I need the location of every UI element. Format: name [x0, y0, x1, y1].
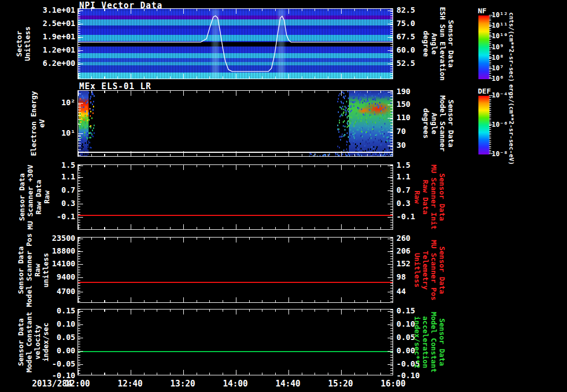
y-major-tick-left — [78, 103, 83, 104]
noise-speckle — [373, 146, 374, 148]
noise-speckle — [339, 106, 341, 108]
y-major-tick-left — [78, 37, 83, 38]
noise-speckle — [82, 143, 83, 145]
noise-speckle — [346, 107, 347, 109]
noise-speckle — [372, 121, 373, 123]
y-major-tick-left — [78, 264, 83, 265]
noise-speckle — [348, 115, 349, 117]
y-major-tick-left — [78, 190, 83, 191]
noise-speckle — [85, 142, 86, 144]
y-tick-label-left: 0.15 — [56, 306, 75, 315]
x-major-ticks — [78, 370, 393, 375]
noise-speckle — [346, 144, 347, 146]
y-log-minor-tick — [78, 94, 81, 94]
noise-speckle — [353, 142, 354, 144]
noise-speckle — [357, 145, 358, 147]
noise-speckle — [360, 143, 361, 145]
noise-speckle — [388, 136, 389, 138]
noise-speckle — [382, 114, 383, 116]
noise-speckle — [86, 110, 87, 112]
noise-speckle — [90, 115, 91, 117]
sun-elevation-curve — [78, 9, 393, 79]
noise-speckle — [80, 121, 81, 123]
colorbar-tick-label: 10⁶ — [492, 75, 504, 82]
y-tick-label-left: 3.1e+01 — [43, 6, 75, 14]
noise-speckle — [85, 122, 86, 123]
noise-speckle — [383, 109, 384, 110]
noise-speckle — [93, 106, 94, 107]
colorbar-tick-label: 10⁻⁸ — [492, 150, 508, 158]
noise-speckle — [375, 135, 376, 136]
panel-npi-vector — [78, 8, 393, 79]
noise-speckle — [341, 107, 342, 109]
noise-speckle — [348, 105, 349, 107]
noise-speckle — [341, 101, 342, 102]
noise-speckle — [90, 102, 91, 104]
noise-speckle — [350, 116, 351, 118]
noise-speckle — [386, 147, 388, 148]
noise-speckle — [94, 132, 95, 134]
panel-model-constant — [78, 309, 393, 375]
x-tick-label: 14:00 — [223, 379, 248, 389]
y-minor-ticks-left — [78, 165, 80, 229]
noise-speckle — [87, 142, 88, 144]
y-tick-label-right: 260 — [396, 234, 410, 243]
noise-speckle — [79, 125, 80, 127]
noise-speckle — [385, 141, 386, 143]
noise-speckle — [86, 96, 87, 97]
noise-speckle — [381, 96, 382, 97]
noise-speckle — [339, 120, 340, 121]
noise-speckle — [344, 134, 345, 136]
noise-speckle — [384, 148, 385, 150]
noise-speckle — [342, 141, 343, 143]
noise-speckle — [376, 134, 377, 136]
y-major-tick-right — [388, 177, 393, 178]
noise-speckle — [83, 115, 84, 117]
noise-speckle — [356, 107, 357, 109]
noise-speckle — [357, 115, 358, 116]
y-axis-label-left: Sector Unitless — [15, 27, 32, 61]
y-tick-label-left: 10² — [61, 98, 75, 107]
y-major-tick-right — [388, 64, 393, 64]
noise-speckle — [348, 97, 349, 99]
noise-speckle — [364, 97, 365, 99]
noise-speckle — [83, 106, 84, 108]
noise-speckle — [348, 108, 349, 110]
noise-speckle — [350, 129, 351, 131]
noise-speckle — [91, 117, 92, 119]
noise-speckle — [358, 107, 359, 109]
panel-body-model-constant — [78, 310, 393, 375]
y-major-tick-left — [78, 311, 83, 312]
noise-speckle — [87, 101, 88, 103]
noise-speckle — [382, 131, 383, 132]
colorbar-tick-label: 10¹⁰ — [492, 32, 508, 40]
noise-speckle — [351, 106, 352, 108]
noise-speckle — [386, 112, 388, 114]
noise-speckle — [346, 114, 347, 115]
noise-speckle — [368, 139, 369, 141]
noise-speckle — [339, 122, 340, 123]
y-tick-label-left: 10¹ — [61, 128, 75, 137]
y-major-tick-right — [388, 146, 393, 146]
noise-speckle — [337, 125, 338, 126]
y-minor-ticks-right — [390, 310, 393, 375]
noise-speckle — [362, 102, 363, 104]
y-tick-label-right: 82.5 — [396, 6, 415, 14]
noise-speckle — [380, 141, 382, 143]
noise-speckle — [365, 101, 367, 103]
noise-speckle — [355, 135, 356, 136]
noise-speckle — [369, 137, 370, 139]
y-log-minor-tick — [78, 149, 81, 150]
noise-speckle — [85, 115, 86, 116]
noise-speckle — [350, 101, 352, 102]
noise-speckle — [343, 121, 344, 123]
noise-speckle — [81, 148, 83, 149]
noise-speckle — [370, 114, 372, 116]
panel-body-els — [78, 91, 393, 156]
noise-speckle — [366, 125, 367, 126]
x-major-ticks — [78, 238, 393, 243]
y-major-tick-right — [388, 351, 393, 352]
noise-speckle — [376, 138, 377, 140]
noise-speckle — [364, 145, 365, 147]
noise-speckle — [367, 96, 368, 98]
